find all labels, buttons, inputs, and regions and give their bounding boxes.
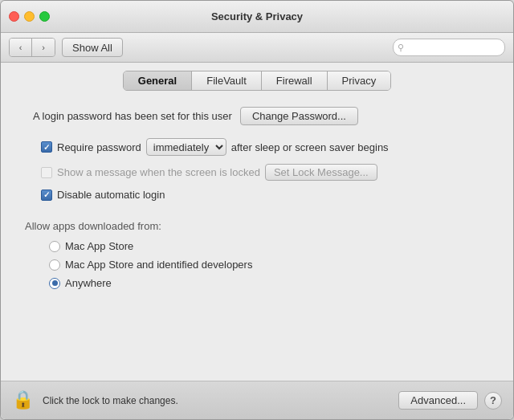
change-password-button[interactable]: Change Password... <box>240 107 358 125</box>
main-window: Security & Privacy ‹ › Show All ⚲ Genera… <box>0 0 514 420</box>
maximize-button[interactable] <box>39 11 50 22</box>
tab-general[interactable]: General <box>124 71 192 90</box>
login-password-text: A login password has been set for this u… <box>33 110 232 122</box>
lock-text: Click the lock to make changes. <box>43 395 398 406</box>
advanced-button[interactable]: Advanced... <box>398 391 478 410</box>
help-button[interactable]: ? <box>484 392 502 410</box>
back-button[interactable]: ‹ <box>10 39 32 56</box>
disable-auto-login-label: Disable automatic login <box>57 189 165 201</box>
require-password-label: Require password <box>57 141 141 153</box>
tab-filevault[interactable]: FileVault <box>192 71 262 90</box>
bottom-bar: 🔒 Click the lock to make changes. Advanc… <box>1 381 513 419</box>
require-password-row: Require password immediately 5 seconds 1… <box>41 138 489 156</box>
radio-group: Mac App Store Mac App Store and identifi… <box>25 240 489 289</box>
radio-mac-app-store-dev-button[interactable] <box>49 259 60 271</box>
tabs-row: General FileVault Firewall Privacy <box>1 63 513 91</box>
lock-icon[interactable]: 🔒 <box>12 389 35 412</box>
show-message-checkbox[interactable] <box>41 167 52 178</box>
toolbar: ‹ › Show All ⚲ <box>1 33 513 63</box>
radio-mac-app-store-dev: Mac App Store and identified developers <box>49 259 489 271</box>
window-title: Security & Privacy <box>211 10 303 22</box>
show-message-label: Show a message when the screen is locked <box>57 166 260 178</box>
radio-anywhere-label: Anywhere <box>65 277 112 289</box>
search-box: ⚲ <box>393 39 505 56</box>
search-icon: ⚲ <box>398 43 404 53</box>
radio-mac-app-store-dev-label: Mac App Store and identified developers <box>65 259 252 271</box>
allow-apps-label: Allow apps downloaded from: <box>25 220 489 232</box>
require-password-checkbox[interactable] <box>41 141 52 153</box>
nav-buttons: ‹ › <box>9 38 55 57</box>
require-password-suffix: after sleep or screen saver begins <box>231 141 389 153</box>
radio-mac-app-store-label: Mac App Store <box>65 240 133 252</box>
traffic-lights <box>9 11 50 22</box>
disable-auto-login-checkbox[interactable] <box>41 190 52 201</box>
radio-mac-app-store: Mac App Store <box>49 240 489 252</box>
options-section: Require password immediately 5 seconds 1… <box>25 138 489 201</box>
radio-anywhere-button[interactable] <box>49 278 60 289</box>
tabs-container: General FileVault Firewall Privacy <box>123 71 391 91</box>
show-message-row: Show a message when the screen is locked… <box>41 164 489 181</box>
radio-mac-app-store-button[interactable] <box>49 241 60 252</box>
forward-button[interactable]: › <box>32 39 55 56</box>
titlebar: Security & Privacy <box>1 1 513 33</box>
search-input[interactable] <box>393 39 505 56</box>
tab-privacy[interactable]: Privacy <box>328 71 391 90</box>
content-area: A login password has been set for this u… <box>1 91 513 381</box>
show-all-button[interactable]: Show All <box>62 38 123 57</box>
set-lock-message-button[interactable]: Set Lock Message... <box>265 164 377 181</box>
login-password-row: A login password has been set for this u… <box>25 107 489 125</box>
disable-auto-login-row: Disable automatic login <box>41 189 489 201</box>
minimize-button[interactable] <box>24 11 35 22</box>
close-button[interactable] <box>9 11 19 22</box>
allow-apps-section: Allow apps downloaded from: Mac App Stor… <box>25 220 489 289</box>
tab-firewall[interactable]: Firewall <box>262 71 328 90</box>
radio-anywhere: Anywhere <box>49 277 489 289</box>
require-password-dropdown[interactable]: immediately 5 seconds 1 minute 5 minutes… <box>146 138 226 156</box>
